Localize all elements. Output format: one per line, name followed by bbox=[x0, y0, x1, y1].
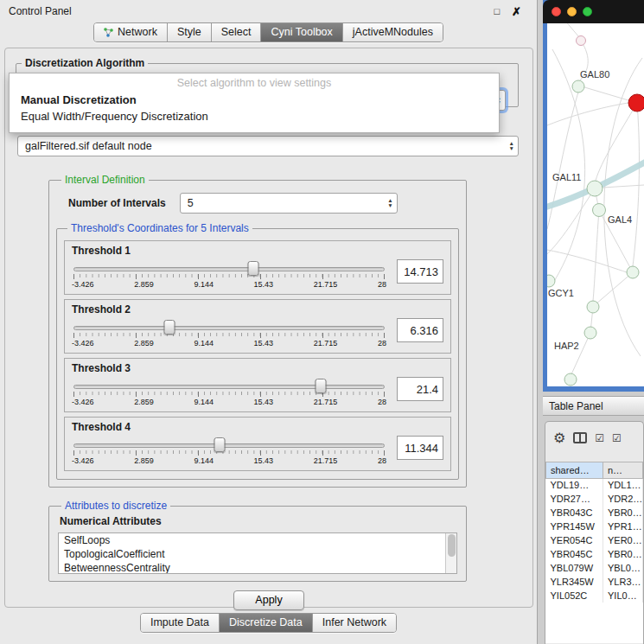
table-cell: YDR27… bbox=[546, 492, 603, 506]
table-row[interactable]: YPR145WYPR1… bbox=[546, 520, 643, 533]
column-header-shared-name[interactable]: shared… bbox=[546, 462, 603, 478]
slider-thumb-icon[interactable] bbox=[248, 261, 259, 276]
table-panel-header: Table Panel bbox=[543, 396, 644, 416]
network-canvas[interactable]: GAL80 GAL11 GAL4 GCY1 HAP2 bbox=[547, 23, 644, 386]
node-table: shared… n… YDL19…YDL1…YDR27…YDR2…YBR043C… bbox=[545, 462, 643, 643]
table-cell: YDL19… bbox=[546, 478, 603, 492]
tab-infer-network[interactable]: Infer Network bbox=[313, 614, 396, 632]
threshold-slider[interactable]: -3.4262.8599.14415.4321.71528 bbox=[72, 259, 386, 291]
network-node-label: GAL80 bbox=[580, 69, 609, 80]
top-tab-bar: Network Style Select Cyni Toolbox jActiv… bbox=[0, 22, 537, 42]
network-graph: GAL80 GAL11 GAL4 GCY1 HAP2 bbox=[547, 23, 644, 386]
table-row[interactable]: YBL079WYBL0… bbox=[546, 561, 643, 575]
threshold-slider[interactable]: -3.4262.8599.14415.4321.71528 bbox=[72, 436, 386, 468]
threshold-slider[interactable]: -3.4262.8599.14415.4321.71528 bbox=[72, 318, 386, 350]
threshold-slider[interactable]: -3.4262.8599.14415.4321.71528 bbox=[72, 377, 386, 409]
table-cell: YDR2… bbox=[603, 492, 643, 506]
algorithm-dropdown-popup: Select algorithm to view settings Manual… bbox=[9, 73, 500, 133]
number-of-intervals-label: Number of Intervals bbox=[68, 197, 166, 209]
slider-track[interactable] bbox=[73, 443, 385, 448]
apply-button[interactable]: Apply bbox=[233, 590, 303, 610]
tab-select[interactable]: Select bbox=[212, 23, 262, 41]
attribute-list-item[interactable]: TopologicalCoefficient bbox=[59, 547, 456, 561]
float-panel-icon[interactable]: □ bbox=[494, 6, 500, 16]
interval-definition-title: Interval Definition bbox=[61, 174, 149, 186]
gear-icon[interactable]: ⚙ bbox=[553, 432, 565, 444]
scrollbar-thumb[interactable] bbox=[448, 534, 456, 557]
attribute-list-item[interactable]: SelfLoops bbox=[59, 533, 456, 547]
threshold-label: Threshold 3 bbox=[72, 362, 443, 374]
slider-thumb-icon[interactable] bbox=[163, 320, 175, 335]
dropdown-option-equal-width-frequency[interactable]: Equal Width/Frequency Discretization bbox=[10, 108, 499, 124]
close-traffic-light-icon[interactable] bbox=[552, 7, 561, 16]
interval-definition-group: Interval Definition Number of Intervals … bbox=[48, 174, 467, 488]
table-cell: YPR1… bbox=[603, 520, 643, 533]
tab-jactivemnodules[interactable]: jActiveMNodules bbox=[343, 23, 443, 41]
bottom-tab-bar: Impute Data Discretize Data Infer Networ… bbox=[0, 613, 537, 633]
attribute-list-item[interactable]: BetweennessCentrality bbox=[59, 561, 456, 574]
threshold-value-field[interactable]: 11.344 bbox=[397, 436, 443, 460]
combobox-value: galFiltered.sif default node bbox=[25, 140, 152, 152]
network-node[interactable] bbox=[627, 266, 639, 278]
table-panel-window: ⚙ ☑ ☑ shared… n… YDL19…YDL1…YDR27…YDR2…Y… bbox=[545, 421, 644, 644]
network-node-label: HAP2 bbox=[554, 341, 579, 351]
attributes-listbox[interactable]: SelfLoopsTopologicalCoefficientBetweenne… bbox=[58, 532, 457, 574]
tab-network[interactable]: Network bbox=[94, 23, 168, 41]
tab-style[interactable]: Style bbox=[168, 23, 212, 41]
checkbox-icon[interactable]: ☑ bbox=[612, 433, 622, 443]
slider-scale-label: 21.715 bbox=[314, 339, 338, 348]
dropdown-placeholder: Select algorithm to view settings bbox=[10, 73, 499, 92]
tab-label: Impute Data bbox=[150, 616, 209, 628]
slider-track[interactable] bbox=[73, 385, 385, 389]
listbox-scrollbar[interactable] bbox=[445, 533, 456, 573]
table-row[interactable]: YDR27…YDR2… bbox=[546, 492, 643, 506]
threshold-value-field[interactable]: 6.316 bbox=[397, 318, 443, 342]
tab-cyni-toolbox[interactable]: Cyni Toolbox bbox=[261, 23, 342, 41]
threshold-label: Threshold 2 bbox=[72, 303, 443, 316]
network-node[interactable] bbox=[593, 204, 606, 217]
dropdown-option-manual-discretization[interactable]: Manual Discretization bbox=[10, 92, 499, 108]
slider-track[interactable] bbox=[73, 326, 385, 330]
table-row[interactable]: YBR045CYBR0… bbox=[546, 547, 643, 561]
tab-impute-data[interactable]: Impute Data bbox=[141, 614, 220, 632]
zoom-traffic-light-icon[interactable] bbox=[583, 7, 592, 16]
slider-thumb-icon[interactable] bbox=[214, 437, 226, 452]
columns-icon[interactable] bbox=[573, 432, 587, 443]
tab-label: Style bbox=[177, 26, 201, 38]
table-row[interactable]: YBR043CYBR0… bbox=[546, 506, 643, 520]
minimize-traffic-light-icon[interactable] bbox=[567, 7, 577, 16]
slider-scale-label: 9.144 bbox=[194, 339, 214, 348]
table-row[interactable]: YER054CYER0… bbox=[546, 533, 643, 547]
table-row[interactable]: YLR345WYLR3… bbox=[546, 575, 643, 589]
slider-track[interactable] bbox=[73, 267, 385, 271]
network-node[interactable] bbox=[572, 80, 584, 92]
network-node[interactable] bbox=[587, 301, 599, 313]
tab-discretize-data[interactable]: Discretize Data bbox=[220, 614, 313, 632]
network-node[interactable] bbox=[584, 327, 596, 339]
slider-scale-label: 2.859 bbox=[134, 339, 154, 348]
table-cell: YPR145W bbox=[546, 520, 603, 533]
table-data-combobox[interactable]: galFiltered.sif default node bbox=[17, 136, 519, 156]
threshold-block: Threshold 1-3.4262.8599.14415.4321.71528… bbox=[64, 240, 451, 295]
combo-stepper-icon bbox=[509, 141, 514, 151]
network-node[interactable] bbox=[564, 373, 577, 386]
slider-scale-label: 2.859 bbox=[134, 280, 154, 289]
slider-scale-label: 21.715 bbox=[314, 398, 338, 406]
slider-scale-label: 9.144 bbox=[194, 398, 214, 406]
network-node[interactable] bbox=[547, 275, 555, 287]
slider-thumb-icon[interactable] bbox=[315, 379, 326, 393]
network-node[interactable] bbox=[587, 181, 603, 196]
threshold-label: Threshold 4 bbox=[72, 421, 443, 433]
network-node-highlighted[interactable] bbox=[628, 94, 644, 112]
close-panel-icon[interactable]: ✗ bbox=[512, 5, 521, 18]
network-node[interactable] bbox=[577, 36, 586, 46]
table-row[interactable]: YDL19…YDL1… bbox=[546, 478, 643, 492]
threshold-value-field[interactable]: 21.4 bbox=[397, 377, 443, 401]
table-row[interactable]: YIL052CYIL0… bbox=[546, 589, 643, 603]
threshold-value-field[interactable]: 14.713 bbox=[397, 259, 443, 284]
combo-stepper-icon bbox=[387, 198, 392, 208]
checkbox-icon[interactable]: ☑ bbox=[595, 433, 604, 443]
table-cell: YBR043C bbox=[546, 506, 603, 520]
number-of-intervals-combobox[interactable]: 5 bbox=[180, 193, 398, 214]
column-header-name[interactable]: n… bbox=[603, 462, 643, 478]
